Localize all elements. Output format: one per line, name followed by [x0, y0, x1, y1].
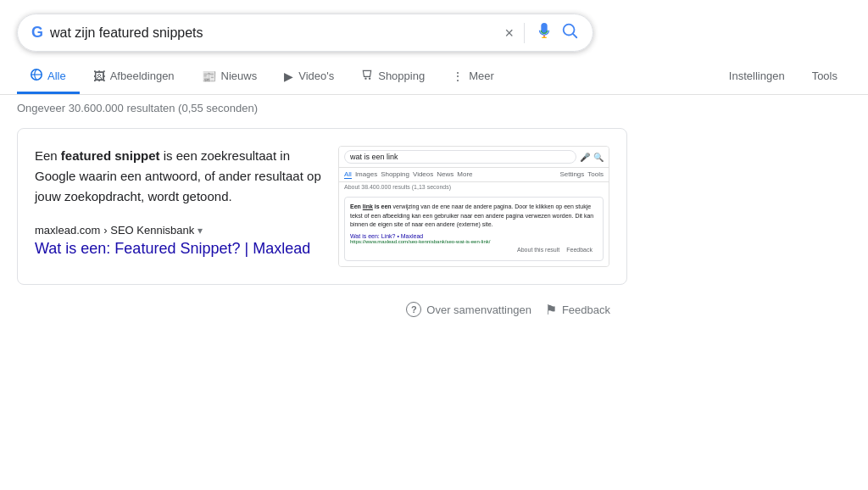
tab-meer-label: Meer — [469, 70, 494, 82]
google-g-icon: G — [31, 24, 43, 42]
chevron-down-icon: ▾ — [198, 225, 203, 237]
feedback-button[interactable]: ⚑ Feedback — [545, 302, 610, 318]
search-box: G × — [17, 14, 593, 52]
snippet-content: Een featured snippet is een zoekresultaa… — [35, 146, 321, 267]
svg-line-1 — [573, 34, 576, 37]
search-bar-area: G × — [0, 0, 868, 52]
preview-count: About 38.400.000 results (1,13 seconds) — [339, 182, 609, 192]
videos-icon: ▶ — [284, 70, 293, 83]
preview-tab-settings: Settings — [559, 170, 584, 179]
snippet-bold-text: featured snippet — [61, 148, 160, 163]
alle-icon — [31, 69, 42, 83]
tab-afbeeldingen[interactable]: 🖼 Afbeeldingen — [80, 61, 188, 94]
snippet-text: Een featured snippet is een zoekresultaa… — [35, 146, 321, 207]
preview-feedback: Feedback — [566, 247, 593, 253]
preview-snippet-link: Wat is een: Link? • Maxlead — [350, 233, 598, 239]
preview-snippet-intro: Een link is een verwijzing van de ene na… — [350, 203, 598, 230]
clear-icon[interactable]: × — [504, 25, 514, 41]
question-circle-icon: ? — [406, 302, 421, 317]
snippet-source: maxlead.com › SEO Kennisbank ▾ — [35, 224, 321, 237]
preview-tab-more: More — [457, 170, 472, 179]
nav-tabs: Alle 🖼 Afbeeldingen 📰 Nieuws ▶ Video's S… — [0, 60, 868, 95]
snippet-card-footer: ? Over samenvattingen ⚑ Feedback — [17, 292, 627, 328]
meer-icon: ⋮ — [452, 70, 464, 83]
source-breadcrumb: › SEO Kennisbank — [103, 224, 194, 237]
preview-search-bar: wat is een link 🎤 🔍 — [339, 147, 609, 168]
afbeeldingen-icon: 🖼 — [93, 70, 105, 83]
preview-snippet-intro-bold: Een link is een — [350, 203, 392, 209]
tab-alle-label: Alle — [47, 70, 66, 82]
tab-alle[interactable]: Alle — [17, 60, 80, 94]
tab-tools[interactable]: Tools — [798, 61, 851, 93]
preview-tab-all: All — [344, 170, 352, 179]
preview-tab-tools: Tools — [587, 170, 604, 179]
snippet-link[interactable]: Wat is een: Featured Snippet? | Maxlead — [35, 240, 310, 257]
tab-tools-label: Tools — [812, 70, 837, 82]
tab-videos[interactable]: ▶ Video's — [270, 61, 348, 94]
tab-nieuws[interactable]: 📰 Nieuws — [188, 61, 271, 94]
preview-tab-images: Images — [355, 170, 377, 179]
preview-tabs: All Images Shopping Videos News More Set… — [339, 168, 609, 182]
over-samenvattingen-label: Over samenvattingen — [426, 303, 531, 316]
tab-videos-label: Video's — [298, 70, 334, 82]
snippet-preview: wat is een link 🎤 🔍 All Images Shopping … — [338, 146, 609, 267]
preview-search-input: wat is een link — [344, 150, 576, 164]
preview-about-result: About this result — [517, 247, 559, 253]
search-input[interactable] — [50, 25, 498, 41]
preview-footer: About this result Feedback — [350, 244, 598, 255]
tab-nieuws-label: Nieuws — [221, 70, 258, 82]
results-count: Ongeveer 30.600.000 resultaten (0,55 sec… — [0, 95, 868, 121]
svg-point-4 — [369, 78, 370, 80]
nieuws-icon: 📰 — [202, 70, 216, 83]
preview-tab-videos: Videos — [413, 170, 433, 179]
preview-search-icon: 🔍 — [593, 153, 604, 162]
mic-icon[interactable] — [535, 22, 554, 43]
featured-snippet-card: Een featured snippet is een zoekresultaa… — [17, 128, 627, 285]
tab-afbeeldingen-label: Afbeeldingen — [110, 70, 175, 82]
tab-meer[interactable]: ⋮ Meer — [438, 61, 508, 94]
feedback-label: Feedback — [562, 303, 610, 316]
tab-instellingen[interactable]: Instellingen — [715, 61, 798, 93]
snippet-text-before-bold: Een — [35, 148, 61, 163]
tab-shopping-label: Shopping — [378, 70, 425, 82]
preview-tab-shopping: Shopping — [381, 170, 409, 179]
preview-snippet-box: Een link is een verwijzing van de ene na… — [344, 197, 604, 261]
preview-tab-news: News — [437, 170, 453, 179]
search-icon[interactable] — [560, 21, 579, 44]
preview-mic-icon: 🎤 — [580, 153, 590, 162]
feedback-icon: ⚑ — [545, 302, 557, 318]
source-domain: maxlead.com — [35, 224, 100, 237]
over-samenvattingen-button[interactable]: ? Over samenvattingen — [406, 302, 531, 317]
svg-point-3 — [364, 78, 366, 80]
tab-shopping[interactable]: Shopping — [348, 60, 438, 94]
divider — [524, 23, 525, 43]
tab-instellingen-label: Instellingen — [729, 70, 785, 82]
shopping-icon — [361, 69, 373, 83]
preview-body: Een link is een verwijzing van de ene na… — [339, 192, 609, 266]
